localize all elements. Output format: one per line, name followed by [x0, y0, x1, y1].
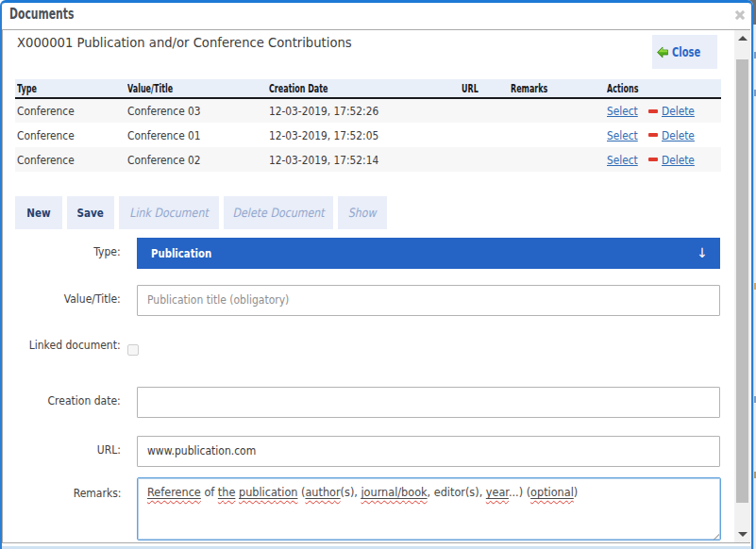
column-header-remarks: Remarks: [509, 79, 605, 98]
save-button[interactable]: Save: [67, 196, 114, 229]
delete-document-button[interactable]: Delete Document: [224, 196, 333, 229]
green-back-arrow-icon: [657, 46, 668, 58]
cell-remarks: [509, 147, 605, 172]
cell-creation-date: 12-03-2019, 17:52:14: [267, 147, 460, 172]
table-header-row: TypeValue/TitleCreation DateURLRemarksAc…: [15, 79, 721, 98]
record-title: X000001 Publication and/or Conference Co…: [17, 35, 373, 50]
remarks-text: Reference of the publication (author(s),…: [147, 485, 578, 501]
close-button-label: Close: [672, 44, 713, 59]
url-input[interactable]: www.publication.com: [137, 436, 720, 467]
cell-remarks: [509, 123, 605, 147]
remarks-label: Remarks:: [0, 487, 121, 500]
cell-creation-date: 12-03-2019, 17:52:26: [267, 98, 460, 123]
show-button[interactable]: Show: [338, 196, 387, 229]
cell-url: [460, 147, 509, 172]
toolbar: NewSaveLink DocumentDelete DocumentShow: [15, 196, 387, 229]
scroll-up-button[interactable]: [734, 30, 750, 46]
value-title-label: Value/Title:: [0, 292, 121, 306]
creation-date-input[interactable]: [137, 387, 720, 418]
cell-type: Conference: [15, 98, 126, 123]
vertical-scrollbar[interactable]: [734, 30, 750, 542]
delete-minus-icon: [648, 133, 658, 137]
cell-value-title: Conference 02: [126, 147, 267, 172]
table-row: ConferenceConference 0212-03-2019, 17:52…: [15, 147, 721, 172]
documents-table: TypeValue/TitleCreation DateURLRemarksAc…: [15, 79, 721, 172]
cell-actions: SelectDelete: [605, 147, 721, 172]
cell-actions: SelectDelete: [605, 98, 721, 123]
scrollbar-thumb[interactable]: [736, 59, 748, 503]
url-label: URL:: [0, 443, 121, 457]
remarks-textarea[interactable]: Reference of the publication (author(s),…: [137, 477, 721, 541]
linked-document-checkbox[interactable]: [127, 344, 139, 356]
delete-link[interactable]: Delete: [662, 104, 695, 118]
close-button[interactable]: Close: [652, 35, 717, 69]
delete-link[interactable]: Delete: [662, 128, 695, 142]
type-select[interactable]: Publication ↓: [137, 238, 720, 269]
select-link[interactable]: Select: [607, 153, 638, 167]
cell-remarks: [509, 98, 605, 123]
type-label: Type:: [0, 245, 121, 258]
select-link[interactable]: Select: [607, 104, 638, 118]
table-row: ConferenceConference 0312-03-2019, 17:52…: [15, 98, 721, 123]
select-link[interactable]: Select: [607, 128, 638, 142]
delete-link[interactable]: Delete: [662, 153, 695, 167]
link-document-button[interactable]: Link Document: [119, 196, 219, 229]
column-header-actions: Actions: [605, 79, 721, 98]
close-x-icon[interactable]: [733, 8, 747, 21]
cell-creation-date: 12-03-2019, 17:52:05: [267, 123, 460, 147]
table-body: ConferenceConference 0312-03-2019, 17:52…: [15, 98, 721, 172]
column-header-value-title: Value/Title: [126, 79, 267, 98]
scroll-down-icon: [738, 532, 748, 537]
cell-actions: SelectDelete: [605, 123, 721, 147]
delete-minus-icon: [648, 158, 658, 161]
new-button[interactable]: New: [15, 196, 62, 229]
delete-minus-icon: [648, 109, 658, 113]
cell-url: [460, 98, 509, 123]
dialog-title: Documents: [9, 6, 99, 23]
cell-url: [460, 123, 509, 147]
creation-date-label: Creation date:: [0, 394, 121, 408]
cell-value-title: Conference 01: [126, 123, 267, 147]
table-row: ConferenceConference 0112-03-2019, 17:52…: [15, 123, 721, 147]
resize-grip-line: [711, 533, 719, 540]
column-header-creation-date: Creation Date: [267, 79, 460, 98]
chevron-down-icon: ↓: [697, 238, 708, 268]
scroll-down-button[interactable]: [734, 526, 750, 542]
cell-type: Conference: [15, 147, 126, 172]
scroll-up-icon: [738, 36, 748, 41]
type-select-value: Publication: [151, 238, 226, 269]
textarea-resize-handle[interactable]: [711, 531, 719, 540]
cell-type: Conference: [15, 123, 126, 147]
column-header-url: URL: [460, 79, 509, 98]
value-title-input[interactable]: Publication title (obligatory): [137, 285, 720, 316]
linked-document-label: Linked document:: [0, 339, 121, 352]
column-header-type: Type: [15, 79, 126, 98]
cell-value-title: Conference 03: [126, 98, 267, 123]
